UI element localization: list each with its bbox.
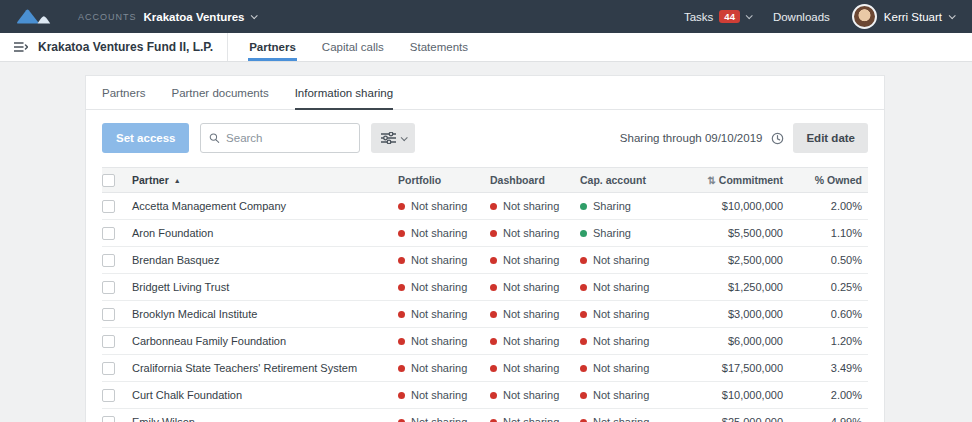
row-checkbox[interactable]: [102, 335, 115, 348]
commitment-value: $25,000,000: [688, 416, 783, 422]
dashboard-status: Not sharing: [490, 308, 580, 320]
owned-value: 1.10%: [783, 227, 868, 239]
owned-value: 0.50%: [783, 254, 868, 266]
partners-table: Partner ▲ Portfolio Dashboard Cap. accou…: [102, 167, 868, 422]
column-header-commitment[interactable]: ⇅Commitment: [688, 174, 783, 186]
table-row[interactable]: Carbonneau Family Foundation Not sharing…: [102, 328, 868, 355]
owned-value: 0.25%: [783, 281, 868, 293]
commitment-value: $1,250,000: [688, 281, 783, 293]
commitment-value: $17,500,000: [688, 362, 783, 374]
search-box: [200, 123, 360, 153]
dashboard-status: Not sharing: [490, 281, 580, 293]
column-header-owned[interactable]: % Owned: [783, 174, 868, 186]
sidebar-toggle-icon[interactable]: [0, 33, 38, 61]
sort-both-icon: ⇅: [707, 175, 715, 186]
status-dot-icon: [490, 257, 497, 264]
chevron-down-icon: [250, 12, 257, 19]
downloads-link[interactable]: Downloads: [773, 11, 830, 23]
fund-tabs: Partners Capital calls Statements: [236, 33, 481, 61]
status-dot-icon: [580, 311, 587, 318]
tab-partners[interactable]: Partners: [236, 33, 309, 61]
status-dot-icon: [398, 311, 405, 318]
set-access-button[interactable]: Set access: [102, 123, 189, 153]
commitment-value: $6,000,000: [688, 335, 783, 347]
status-dot-icon: [490, 230, 497, 237]
main-content: Partners Partner documents Information s…: [0, 62, 972, 422]
cap-account-status: Sharing: [580, 200, 688, 212]
filter-sliders-icon: [381, 132, 396, 144]
accounts-label: ACCOUNTS: [78, 12, 137, 22]
portfolio-status: Not sharing: [398, 389, 490, 401]
row-checkbox[interactable]: [102, 281, 115, 294]
user-name: Kerri Stuart: [884, 11, 942, 23]
filter-button[interactable]: [371, 123, 415, 153]
status-dot-icon: [490, 338, 497, 345]
row-checkbox[interactable]: [102, 308, 115, 321]
table-row[interactable]: Brendan Basquez Not sharing Not sharing …: [102, 247, 868, 274]
portfolio-status: Not sharing: [398, 362, 490, 374]
portfolio-status: Not sharing: [398, 281, 490, 293]
status-dot-icon: [490, 392, 497, 399]
status-dot-icon: [580, 203, 587, 210]
tab-partners-sub[interactable]: Partners: [102, 76, 145, 109]
cap-account-status: Not sharing: [580, 389, 688, 401]
table-row[interactable]: Cralifornia State Teachers' Retirement S…: [102, 355, 868, 382]
commitment-value: $10,000,000: [688, 200, 783, 212]
avatar: [852, 4, 877, 29]
row-checkbox[interactable]: [102, 200, 115, 213]
tab-statements[interactable]: Statements: [397, 33, 481, 61]
partner-name: Carbonneau Family Foundation: [132, 335, 398, 347]
row-checkbox[interactable]: [102, 254, 115, 267]
select-all-checkbox[interactable]: [102, 174, 115, 187]
tasks-menu[interactable]: Tasks 44: [684, 10, 751, 24]
portfolio-status: Not sharing: [398, 200, 490, 212]
divider: [227, 33, 228, 61]
edit-date-button[interactable]: Edit date: [793, 123, 868, 153]
row-checkbox[interactable]: [102, 416, 115, 422]
search-icon: [209, 132, 220, 144]
column-header-partner[interactable]: Partner ▲: [132, 174, 398, 186]
card-tabs: Partners Partner documents Information s…: [86, 76, 884, 110]
tab-partner-documents[interactable]: Partner documents: [171, 76, 268, 109]
column-header-dashboard[interactable]: Dashboard: [490, 174, 580, 186]
status-dot-icon: [398, 284, 405, 291]
tab-information-sharing[interactable]: Information sharing: [295, 76, 393, 109]
column-header-portfolio[interactable]: Portfolio: [398, 174, 490, 186]
app-logo-icon[interactable]: [16, 7, 56, 26]
portfolio-status: Not sharing: [398, 254, 490, 266]
top-navbar: ACCOUNTS Krakatoa Ventures Tasks 44 Down…: [0, 0, 972, 33]
table-row[interactable]: Accetta Management Company Not sharing N…: [102, 193, 868, 220]
search-input[interactable]: [226, 132, 351, 144]
table-row[interactable]: Emily Wilson Not sharing Not sharing Not…: [102, 409, 868, 422]
table-row[interactable]: Bridgett Living Trust Not sharing Not sh…: [102, 274, 868, 301]
partner-name: Brooklyn Medical Institute: [132, 308, 398, 320]
dashboard-status: Not sharing: [490, 416, 580, 422]
status-dot-icon: [398, 365, 405, 372]
user-menu[interactable]: Kerri Stuart: [852, 4, 954, 29]
partners-card: Partners Partner documents Information s…: [85, 75, 885, 422]
table-row[interactable]: Curt Chalk Foundation Not sharing Not sh…: [102, 382, 868, 409]
chevron-down-icon: [949, 12, 956, 19]
row-checkbox[interactable]: [102, 362, 115, 375]
chevron-down-icon: [746, 12, 753, 19]
column-header-cap-account[interactable]: Cap. account: [580, 174, 688, 186]
row-checkbox[interactable]: [102, 227, 115, 240]
account-switcher[interactable]: Krakatoa Ventures: [144, 11, 256, 23]
tab-capital-calls[interactable]: Capital calls: [309, 33, 397, 61]
status-dot-icon: [398, 257, 405, 264]
commitment-value: $10,000,000: [688, 389, 783, 401]
row-checkbox[interactable]: [102, 389, 115, 402]
partner-name: Accetta Management Company: [132, 200, 398, 212]
fund-navbar: Krakatoa Ventures Fund II, L.P. Partners…: [0, 33, 972, 62]
partner-name: Aron Foundation: [132, 227, 398, 239]
cap-account-status: Not sharing: [580, 254, 688, 266]
table-row[interactable]: Brooklyn Medical Institute Not sharing N…: [102, 301, 868, 328]
owned-value: 0.60%: [783, 308, 868, 320]
clock-icon: [771, 132, 784, 145]
partner-name: Brendan Basquez: [132, 254, 398, 266]
chevron-down-icon: [401, 134, 408, 141]
partner-name: Bridgett Living Trust: [132, 281, 398, 293]
status-dot-icon: [398, 203, 405, 210]
table-row[interactable]: Aron Foundation Not sharing Not sharing …: [102, 220, 868, 247]
status-dot-icon: [580, 365, 587, 372]
